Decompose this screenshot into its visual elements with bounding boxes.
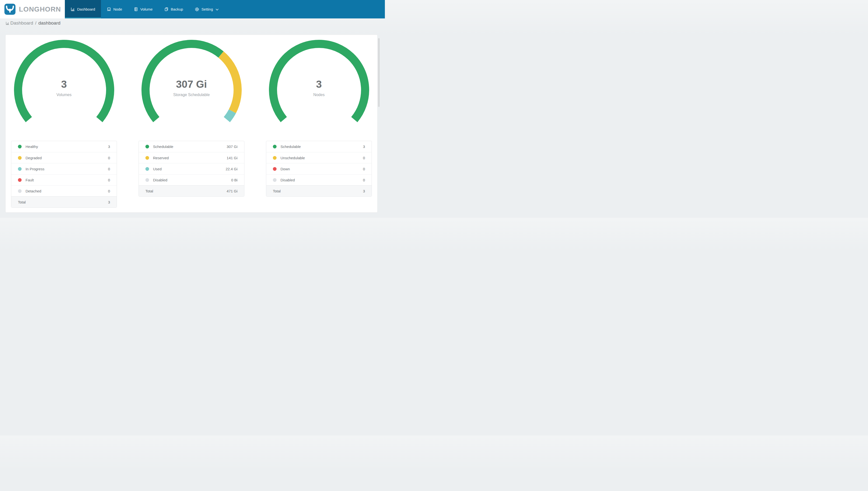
donut-segment-schedulable	[146, 44, 221, 120]
total-label: Total	[18, 200, 26, 204]
legend-row-healthy: Healthy3	[11, 141, 117, 152]
bar-chart-icon	[6, 21, 9, 25]
legend-value: 0	[108, 189, 110, 193]
storage-legend-table: Schedulable307 GiReserved141 GiUsed22.4 …	[138, 141, 244, 197]
legend-label: Schedulable	[153, 144, 174, 149]
legend-label: In Progress	[26, 167, 44, 171]
legend-label: Down	[280, 167, 290, 171]
nav-item-label: Backup	[171, 7, 183, 11]
status-dot	[146, 167, 149, 171]
donut-segment-reserved	[221, 55, 238, 111]
bar-chart-icon	[71, 7, 75, 11]
nav-item-label: Dashboard	[77, 7, 95, 11]
legend-value: 0 Bi	[231, 178, 238, 182]
nav-item-setting[interactable]: Setting	[189, 0, 224, 19]
top-navbar: LONGHORN Dashboard Node Vol	[0, 0, 385, 19]
status-dot	[273, 167, 277, 171]
legend-label: Schedulable	[280, 144, 301, 149]
nav-item-label: Volume	[140, 7, 153, 11]
legend-row-unschedulable: Unschedulable0	[266, 152, 372, 163]
status-dot	[18, 167, 22, 171]
status-dot	[146, 145, 149, 148]
legend-total-row: Total3	[266, 185, 372, 196]
status-dot	[146, 178, 149, 182]
legend-label: Disabled	[280, 178, 295, 182]
nodes-legend-table: Schedulable3Unschedulable0Down0Disabled0…	[266, 141, 372, 197]
breadcrumb: Dashboard / dashboard	[0, 19, 385, 28]
legend-value: 0	[363, 156, 365, 160]
nav-item-node[interactable]: Node	[101, 0, 128, 19]
legend-row-schedulable: Schedulable307 Gi	[139, 141, 244, 152]
legend-row-down: Down0	[266, 163, 372, 174]
breadcrumb-separator: /	[35, 20, 36, 26]
laptop-icon	[107, 7, 111, 11]
total-label: Total	[273, 189, 281, 193]
dashboard-card: 3 Volumes Healthy3Degraded0In Progress0F…	[5, 35, 377, 212]
status-dot	[273, 178, 277, 182]
legend-row-degraded: Degraded0	[11, 152, 117, 163]
legend-label: Degraded	[26, 156, 42, 160]
server-icon	[134, 7, 138, 11]
nodes-donut-chart	[269, 40, 369, 140]
volumes-legend-table: Healthy3Degraded0In Progress0Fault0Detac…	[11, 141, 117, 208]
legend-row-disabled: Disabled0	[266, 174, 372, 185]
logo-section[interactable]: LONGHORN	[0, 0, 65, 19]
legend-value: 307 Gi	[227, 144, 238, 149]
legend-total-row: Total471 Gi	[139, 185, 244, 196]
legend-row-in-progress: In Progress0	[11, 163, 117, 174]
status-dot	[18, 156, 22, 160]
donut-segment-healthy	[18, 44, 110, 120]
legend-label: Healthy	[26, 144, 38, 149]
vertical-scrollbar-thumb[interactable]	[378, 38, 380, 107]
legend-label: Used	[153, 167, 162, 171]
legend-label: Unschedulable	[280, 156, 305, 160]
total-label: Total	[146, 189, 153, 193]
legend-value: 3	[363, 144, 365, 149]
legend-value: 0	[363, 167, 365, 171]
legend-total-row: Total3	[11, 196, 117, 207]
storage-panel: 307 Gi Storage Schedulable Schedulable30…	[138, 35, 244, 212]
total-value: 3	[363, 189, 365, 193]
donut-segment-schedulable	[273, 44, 365, 120]
legend-value: 22.4 Gi	[226, 167, 238, 171]
storage-donut-chart	[142, 40, 242, 140]
legend-row-schedulable: Schedulable3	[266, 141, 372, 152]
status-dot	[146, 156, 149, 160]
breadcrumb-section[interactable]: Dashboard	[10, 20, 33, 26]
status-dot	[18, 189, 22, 193]
total-value: 471 Gi	[227, 189, 238, 193]
nav-item-backup[interactable]: Backup	[158, 0, 189, 19]
legend-row-fault: Fault0	[11, 174, 117, 185]
volumes-panel: 3 Volumes Healthy3Degraded0In Progress0F…	[11, 35, 117, 212]
legend-value: 0	[108, 156, 110, 160]
nav-item-volume[interactable]: Volume	[128, 0, 158, 19]
nav-item-label: Setting	[202, 7, 213, 11]
donut-segment-used	[227, 111, 232, 120]
legend-row-detached: Detached0	[11, 185, 117, 196]
chevron-down-icon	[216, 9, 219, 10]
main-nav: Dashboard Node Volume Backup	[65, 0, 224, 19]
status-dot	[18, 145, 22, 148]
nodes-panel: 3 Nodes Schedulable3Unschedulable0Down0D…	[266, 35, 372, 212]
legend-label: Detached	[26, 189, 41, 193]
legend-value: 0	[108, 178, 110, 182]
legend-label: Fault	[26, 178, 34, 182]
gear-icon	[195, 7, 199, 11]
status-dot	[273, 145, 277, 148]
longhorn-logo-icon	[4, 3, 16, 15]
legend-row-reserved: Reserved141 Gi	[139, 152, 244, 163]
legend-label: Disabled	[153, 178, 167, 182]
volumes-donut-chart	[14, 40, 114, 140]
nav-item-label: Node	[113, 7, 122, 11]
legend-value: 141 Gi	[227, 156, 238, 160]
legend-value: 3	[108, 144, 110, 149]
legend-value: 0	[108, 167, 110, 171]
legend-row-used: Used22.4 Gi	[139, 163, 244, 174]
nav-item-dashboard[interactable]: Dashboard	[65, 0, 101, 19]
total-value: 3	[108, 200, 110, 204]
legend-label: Reserved	[153, 156, 169, 160]
legend-value: 0	[363, 178, 365, 182]
legend-row-disabled: Disabled0 Bi	[139, 174, 244, 185]
status-dot	[273, 156, 277, 160]
copy-icon	[164, 7, 168, 11]
